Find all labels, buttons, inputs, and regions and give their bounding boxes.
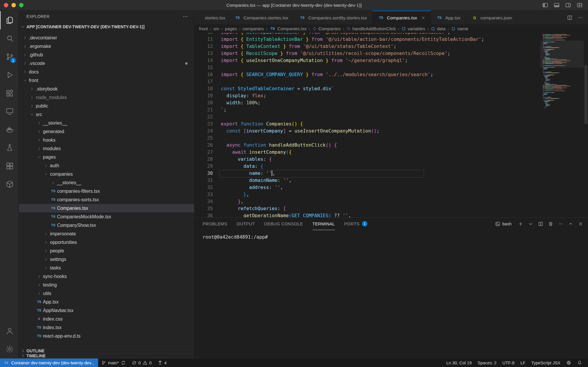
toggle-panel-icon[interactable] <box>554 2 560 8</box>
grid-view-button[interactable] <box>0 157 19 175</box>
tree-item[interactable]: .ergomake <box>19 42 194 51</box>
tree-item[interactable]: tasks <box>19 264 194 272</box>
close-panel-icon[interactable] <box>578 221 583 227</box>
tree-item[interactable]: __stories__ <box>19 178 194 187</box>
breadcrumb-item[interactable]: variables <box>401 26 425 31</box>
code-line[interactable]: 15 <box>194 64 588 71</box>
tree-item[interactable]: people <box>19 247 194 255</box>
editor-tab[interactable]: TSCompanies.tsx <box>372 11 431 24</box>
tree-item[interactable]: sync-hooks <box>19 272 194 281</box>
toggle-secondary-sidebar-icon[interactable] <box>565 2 571 8</box>
docker-view-button[interactable] <box>0 120 19 139</box>
globe-status[interactable] <box>563 358 574 367</box>
code-line[interactable]: 20 width: 100%; <box>194 99 588 106</box>
kill-terminal-icon[interactable] <box>548 221 553 227</box>
minimize-window-button[interactable] <box>11 3 16 7</box>
breadcrumb-item[interactable]: front <box>199 26 208 31</box>
code-line[interactable]: 34 }, <box>194 198 588 205</box>
editor-tab[interactable]: TSCompanies.stories.tsx <box>229 11 294 24</box>
code-line[interactable]: 13import { RecoilScope } from '@/ui/util… <box>194 50 588 57</box>
code-line[interactable]: 18const StyledTableContainer = styled.di… <box>194 85 588 92</box>
tree-item[interactable]: docs <box>19 68 194 76</box>
scrollbar-slider[interactable] <box>584 65 587 124</box>
code-line[interactable]: 30 name: '', <box>194 170 588 177</box>
language-mode[interactable]: TypeScript JSX <box>528 358 563 367</box>
tree-item[interactable]: TSCompanies.tsx <box>19 204 194 212</box>
breadcrumb-item[interactable]: data <box>431 26 445 31</box>
code-line[interactable]: 29 data: { <box>194 163 588 170</box>
editor-tab[interactable]: TSApp.tsx <box>431 11 466 24</box>
editor-tab[interactable]: stories.tsx <box>194 11 229 24</box>
code-line[interactable]: 32 address: '', <box>194 184 588 191</box>
source-control-view-button[interactable]: 1 <box>0 48 19 66</box>
code-line[interactable]: 33 }, <box>194 191 588 198</box>
split-editor-icon[interactable] <box>567 15 573 21</box>
tree-item[interactable]: TSCompaniesMockMode.tsx <box>19 212 194 221</box>
breadcrumb-item[interactable]: Companies <box>312 26 341 31</box>
code-line[interactable]: 17 <box>194 78 588 85</box>
code-line[interactable]: 14import { useInsertOneCompanyMutation }… <box>194 57 588 64</box>
toggle-primary-sidebar-icon[interactable] <box>542 2 548 8</box>
close-window-button[interactable] <box>4 3 8 7</box>
run-debug-view-button[interactable] <box>0 66 19 84</box>
tree-item[interactable]: utils <box>19 289 194 298</box>
zoom-window-button[interactable] <box>19 3 24 7</box>
code-line[interactable]: 16import { SEARCH_COMPANY_QUERY } from '… <box>194 71 588 78</box>
editor[interactable]: 10import { WithTopBarContainer } from '@… <box>194 33 588 217</box>
panel-tab-debug-console[interactable]: DEBUG CONSOLE <box>264 218 303 230</box>
code-line[interactable]: 11import { EntityTableActionBar } from '… <box>194 36 588 43</box>
tree-item[interactable]: src <box>19 110 194 119</box>
tree-item[interactable]: impersonate <box>19 229 194 238</box>
tree-item[interactable]: companies <box>19 170 194 178</box>
cube-view-button[interactable] <box>0 175 19 193</box>
terminal[interactable]: root@0a42ecd84891:/app# <box>194 230 588 358</box>
tree-item[interactable]: front <box>19 76 194 85</box>
explorer-section-header[interactable]: APP [CONTAINER DEV-TWENTY-DEV (DEV-TWENT… <box>19 22 194 31</box>
code-line[interactable]: 28 variables: { <box>194 156 588 163</box>
bell-status[interactable] <box>574 358 585 367</box>
code-line[interactable]: 36 getOperationName(GET_COMPANIES) ?? ''… <box>194 212 588 217</box>
breadcrumb-item[interactable]: handleAddButtonClick <box>346 26 396 31</box>
panel-tab-terminal[interactable]: TERMINAL <box>313 218 335 230</box>
breadcrumb-item[interactable]: TSCompanies.tsx <box>269 26 306 31</box>
code-line[interactable]: 10import { WithTopBarContainer } from '@… <box>194 33 588 36</box>
encoding-status[interactable]: UTF-8 <box>500 358 517 367</box>
accounts-button[interactable] <box>0 322 19 340</box>
more-actions-icon[interactable] <box>558 221 563 227</box>
tree-item[interactable]: testing <box>19 281 194 289</box>
breadcrumb-item[interactable]: src <box>213 26 219 31</box>
minimap[interactable] <box>540 33 584 118</box>
split-terminal-icon[interactable] <box>538 221 543 227</box>
tree-item[interactable]: opportunities <box>19 238 194 247</box>
code-line[interactable]: 35 refetchQueries: [ <box>194 205 588 212</box>
search-view-button[interactable] <box>0 29 19 48</box>
tree-item[interactable]: TSreact-app-env.d.ts <box>19 332 194 340</box>
editor-tab[interactable]: {}companies.json <box>466 11 518 24</box>
code-line[interactable]: 22 <box>194 113 588 120</box>
code-line[interactable]: 21`; <box>194 106 588 113</box>
section-header-outline[interactable]: OUTLINE <box>19 348 194 353</box>
shell-selector[interactable]: bash <box>495 221 512 227</box>
tree-item[interactable]: node_modules <box>19 93 194 102</box>
code-line[interactable]: 27 await insertCompany({ <box>194 149 588 156</box>
problems-status[interactable]: 0 0 <box>129 358 155 367</box>
customize-layout-icon[interactable] <box>577 2 583 8</box>
tree-item[interactable]: .devcontainer <box>19 33 194 42</box>
code-line[interactable]: 26 async function handleAddButtonClick()… <box>194 142 588 149</box>
tree-item[interactable]: auth <box>19 161 194 170</box>
tree-item[interactable]: __stories__ <box>19 119 194 127</box>
panel-tab-ports[interactable]: PORTS1 <box>344 218 368 230</box>
tree-item[interactable]: modules <box>19 144 194 153</box>
close-icon[interactable] <box>421 16 425 20</box>
tree-item[interactable]: TSApp.tsx <box>19 298 194 306</box>
extensions-view-button[interactable] <box>0 84 19 102</box>
breadcrumb-item[interactable]: pages <box>225 26 237 31</box>
breadcrumb-item[interactable]: name <box>451 26 468 31</box>
terminal-dropdown-icon[interactable] <box>528 221 533 227</box>
editor-scrollbar[interactable] <box>584 33 588 217</box>
tree-item[interactable]: public <box>19 102 194 110</box>
tree-item[interactable]: generated <box>19 127 194 136</box>
settings-gear-button[interactable] <box>0 340 19 358</box>
code-line[interactable]: 23export function Companies() { <box>194 120 588 128</box>
explorer-view-button[interactable] <box>0 11 19 29</box>
